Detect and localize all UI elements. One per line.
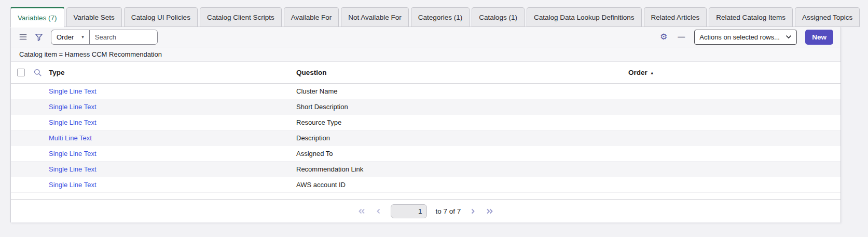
- pagination-bar: to 7 of 7: [11, 199, 841, 222]
- search-input[interactable]: [90, 30, 157, 44]
- first-page-button[interactable]: [357, 207, 366, 215]
- last-page-button[interactable]: [485, 207, 494, 215]
- tab-not-available-for[interactable]: Not Available For: [341, 7, 409, 27]
- new-button[interactable]: New: [805, 30, 833, 45]
- previous-page-button[interactable]: [375, 207, 382, 215]
- variables-list-panel: Order ▾ ⚙ — Actions on selected rows... …: [10, 27, 841, 222]
- chevron-down-icon: ▾: [81, 34, 84, 40]
- list-search-group: Order ▾: [51, 30, 158, 45]
- table-row: Single Line Text Short Description: [11, 99, 841, 115]
- search-column-select[interactable]: Order ▾: [51, 30, 90, 44]
- question-cell: Resource Type: [296, 118, 628, 126]
- tab-catalog-data-lookup-definitions[interactable]: Catalog Data Lookup Definitions: [527, 7, 642, 27]
- tab-related-articles[interactable]: Related Articles: [644, 7, 707, 27]
- hamburger-menu-icon: [19, 34, 27, 40]
- tab-variable-sets[interactable]: Variable Sets: [66, 7, 122, 27]
- tab-bar: Variables (7)Variable SetsCatalog UI Pol…: [10, 7, 860, 27]
- pagination-range-text: to 7 of 7: [436, 207, 461, 215]
- question-cell: AWS account ID: [296, 181, 628, 189]
- table-row: Single Line Text Assigned To: [11, 146, 841, 162]
- tab-related-catalog-items[interactable]: Related Catalog Items: [709, 7, 793, 27]
- variable-type-link[interactable]: Single Line Text: [49, 181, 97, 189]
- list-menu-button[interactable]: [18, 33, 28, 41]
- filter-button[interactable]: [34, 32, 44, 42]
- sort-ascending-icon: ▲: [650, 71, 654, 75]
- tab-catalogs-1[interactable]: Catalogs (1): [472, 7, 525, 27]
- variable-type-link[interactable]: Multi Line Text: [49, 134, 92, 142]
- filter-funnel-icon: [35, 33, 43, 41]
- breadcrumb: Catalog item = Harness CCM Recommendatio…: [11, 47, 841, 62]
- chevron-down-icon: [786, 35, 792, 39]
- list-toolbar: Order ▾ ⚙ — Actions on selected rows... …: [11, 27, 841, 47]
- column-header-question[interactable]: Question: [296, 69, 628, 76]
- table-row: Single Line Text Resource Type: [11, 115, 841, 130]
- chevron-left-icon: [376, 208, 381, 214]
- actions-select-label: Actions on selected rows...: [699, 33, 780, 41]
- gear-icon: ⚙: [660, 33, 667, 41]
- page-number-input[interactable]: [391, 204, 427, 218]
- next-page-button[interactable]: [470, 207, 476, 215]
- variable-type-link[interactable]: Single Line Text: [49, 150, 97, 157]
- table-header-controls: [11, 69, 49, 77]
- table-row: Single Line Text Recommendation Link: [11, 162, 841, 177]
- double-chevron-left-icon: [358, 208, 365, 214]
- question-cell: Description: [296, 134, 628, 142]
- tab-variables-7[interactable]: Variables (7): [10, 7, 64, 28]
- actions-on-selected-rows-select[interactable]: Actions on selected rows...: [694, 30, 797, 45]
- tab-assigned-topics[interactable]: Assigned Topics: [795, 7, 860, 27]
- search-icon: [34, 69, 42, 77]
- minus-icon: —: [678, 33, 685, 41]
- tab-available-for[interactable]: Available For: [284, 7, 339, 27]
- list-settings-button[interactable]: ⚙: [659, 32, 668, 42]
- column-search-button[interactable]: [34, 69, 42, 77]
- question-cell: Assigned To: [296, 150, 628, 157]
- column-header-type[interactable]: Type: [49, 69, 296, 76]
- table-row: Multi Line Text Description: [11, 130, 841, 146]
- tab-catalog-client-scripts[interactable]: Catalog Client Scripts: [200, 7, 282, 27]
- search-column-value: Order: [57, 33, 74, 41]
- question-cell: Recommendation Link: [296, 165, 628, 173]
- select-all-checkbox[interactable]: [17, 69, 25, 76]
- column-header-order[interactable]: Order▲: [628, 69, 841, 76]
- variable-type-link[interactable]: Single Line Text: [49, 87, 97, 95]
- tab-categories-1[interactable]: Categories (1): [411, 7, 470, 27]
- breadcrumb-filter-text[interactable]: Catalog item = Harness CCM Recommendatio…: [19, 50, 162, 58]
- table-row: Single Line Text Cluster Name: [11, 84, 841, 99]
- chevron-right-icon: [471, 208, 475, 214]
- table-body: Single Line Text Cluster Name Single Lin…: [11, 84, 841, 193]
- question-cell: Cluster Name: [296, 87, 628, 95]
- column-header-order-label: Order: [628, 69, 647, 76]
- question-cell: Short Description: [296, 103, 628, 111]
- double-chevron-right-icon: [486, 208, 493, 214]
- table-row: Single Line Text AWS account ID: [11, 177, 841, 193]
- variable-type-link[interactable]: Single Line Text: [49, 165, 97, 173]
- variable-type-link[interactable]: Single Line Text: [49, 118, 97, 126]
- table-header-row: Type Question Order▲: [11, 62, 841, 84]
- variable-type-link[interactable]: Single Line Text: [49, 103, 97, 111]
- toolbar-right-group: ⚙ — Actions on selected rows... New: [659, 30, 833, 45]
- tab-catalog-ui-policies[interactable]: Catalog UI Policies: [124, 7, 198, 27]
- collapse-list-button[interactable]: —: [677, 32, 686, 42]
